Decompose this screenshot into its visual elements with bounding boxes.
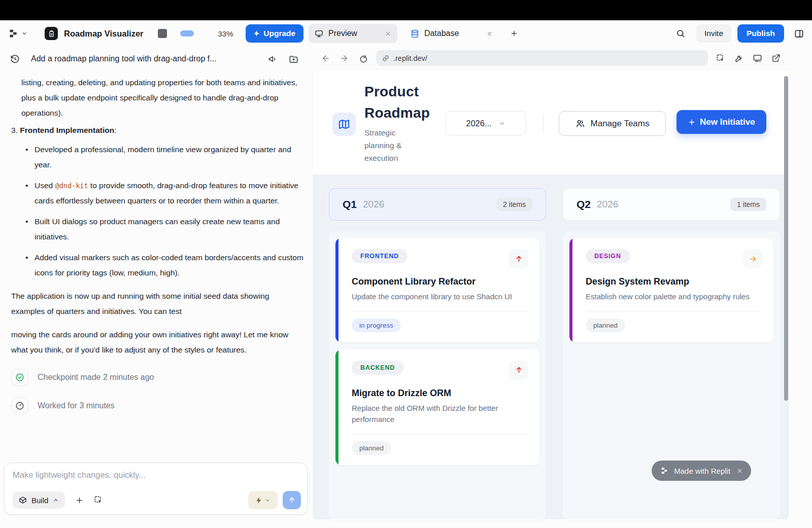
bullet-list: Developed a professional, modern timelin…	[35, 142, 309, 280]
users-icon	[576, 119, 585, 128]
quick-actions-button[interactable]	[248, 491, 278, 509]
status-badge: in progress	[352, 319, 401, 332]
sparkle-icon: ✦	[254, 29, 260, 38]
app-clipboard-icon	[45, 27, 58, 40]
folder-plus-icon[interactable]	[289, 54, 298, 64]
map-icon	[332, 113, 356, 136]
worked-row[interactable]: Worked for 3 minutes	[11, 397, 298, 414]
upgrade-button[interactable]: ✦ Upgrade	[246, 24, 304, 43]
workspace-menu-chevron-icon[interactable]	[21, 30, 27, 37]
forward-icon[interactable]	[340, 54, 349, 63]
bullet: Built UI dialogs so product managers can…	[35, 214, 309, 244]
app-bar: Roadmap Visualizer 33% ✦ Upgrade Preview…	[0, 20, 812, 47]
quarter-header: Q1 2026 2 items	[329, 188, 546, 221]
layout-columns-icon[interactable]	[794, 29, 804, 39]
agent-paragraph: The application is now up and running wi…	[11, 289, 298, 319]
publish-button[interactable]: Publish	[737, 24, 784, 43]
url-text: .replit.dev/	[393, 54, 427, 62]
url-bar[interactable]: .replit.dev/	[376, 50, 708, 66]
database-icon	[411, 29, 419, 38]
new-tab-icon[interactable]	[510, 29, 518, 38]
bullet: Used @dnd-kit to provide smooth, drag-an…	[35, 178, 309, 208]
close-icon[interactable]	[385, 30, 391, 37]
initiative-description: Update the component library to use Shad…	[352, 291, 524, 303]
send-button[interactable]	[283, 491, 301, 509]
element-select-icon[interactable]	[94, 496, 103, 505]
initiative-description: Establish new color palette and typograp…	[586, 291, 758, 303]
tab-preview[interactable]: Preview	[309, 24, 397, 43]
initiative-title: Migrate to Drizzle ORM	[352, 388, 528, 399]
bullet: Added visual markers such as color-coded…	[35, 250, 309, 280]
team-badge: DESIGN	[586, 249, 630, 263]
priority-medium-icon[interactable]	[743, 249, 762, 268]
composer-input[interactable]: Make lightweight changes, quickly...	[13, 470, 301, 480]
workspace-controls: Roadmap Visualizer 33% ✦ Upgrade	[8, 24, 309, 43]
agent-panel: Add a roadmap planning tool with drag-an…	[0, 47, 309, 528]
initiative-card[interactable]: FRONTEND Component Library Refactor Upda…	[335, 238, 539, 342]
back-icon[interactable]	[321, 54, 330, 63]
quarter-header: Q2 2026 1 items	[563, 188, 780, 221]
app-title: Roadmap Visualizer	[64, 29, 144, 39]
open-external-icon[interactable]	[771, 54, 781, 63]
header-divider	[543, 113, 544, 133]
composer[interactable]: Make lightweight changes, quickly... Bui…	[4, 463, 308, 515]
mode-selector[interactable]: Build	[13, 491, 65, 509]
close-icon[interactable]	[486, 30, 493, 37]
priority-high-icon[interactable]	[509, 361, 528, 380]
attach-plus-icon[interactable]	[75, 496, 84, 505]
agent-chat: listing, creating, deleting, and updatin…	[0, 71, 309, 414]
close-icon[interactable]: ✕	[737, 467, 742, 475]
year-filter-select[interactable]: 2026...	[445, 111, 526, 135]
window-top-strip	[0, 0, 812, 20]
prompt-title[interactable]: Add a roadmap planning tool with drag-an…	[31, 54, 257, 63]
invite-button[interactable]: Invite	[696, 24, 731, 43]
team-badge: BACKEND	[352, 361, 403, 375]
megaphone-icon[interactable]	[268, 54, 278, 64]
browser-toolbar: .replit.dev/ 0	[313, 47, 789, 69]
new-initiative-button[interactable]: New Initiative	[676, 110, 766, 134]
monitor-icon	[315, 29, 323, 38]
quarter-dropzone[interactable]: FRONTEND Component Library Refactor Upda…	[329, 231, 546, 519]
status-badge: planned	[352, 441, 391, 455]
refresh-icon[interactable]	[358, 54, 367, 63]
svg-text:0: 0	[759, 59, 761, 63]
usage-percent: 33%	[218, 29, 233, 38]
search-icon[interactable]	[676, 29, 685, 38]
devtools-icon[interactable]: 0	[753, 53, 762, 63]
initiative-card[interactable]: DESIGN Design System Revamp Establish ne…	[569, 238, 773, 342]
agent-paragraph: listing, creating, deleting, and updatin…	[21, 75, 309, 121]
made-with-replit-badge[interactable]: Made with Replit ✕	[652, 461, 751, 481]
numbered-item: 3. Frontend Implementation:	[11, 123, 298, 138]
wrench-icon[interactable]	[734, 54, 743, 63]
cube-icon	[19, 496, 27, 504]
chevron-down-icon	[265, 498, 270, 503]
inline-code: @dnd-kit	[55, 182, 88, 190]
tab-bar: Preview Database	[309, 24, 518, 43]
lightning-icon	[255, 497, 263, 504]
status-badge: planned	[586, 319, 625, 332]
plus-icon	[688, 118, 696, 126]
ram-indicator[interactable]	[180, 30, 194, 37]
replit-logo-icon[interactable]	[8, 28, 18, 39]
agent-paragraph: moving the cards around or adding your o…	[11, 327, 298, 358]
checkpoint-row[interactable]: Checkpoint made 2 minutes ago	[11, 369, 298, 386]
quarter-column-q1: Q1 2026 2 items FRONTEND Com	[329, 188, 546, 519]
priority-high-icon[interactable]	[509, 249, 528, 268]
team-badge: FRONTEND	[352, 249, 408, 263]
top-right-controls: Invite Publish	[676, 24, 804, 43]
tab-database[interactable]: Database	[404, 24, 499, 43]
gauge-icon	[11, 397, 28, 414]
cpu-indicator[interactable]	[158, 29, 167, 38]
app-viewport: Product Roadmap Strategic planning & exe…	[313, 69, 789, 520]
preview-scrollbar[interactable]	[784, 76, 788, 401]
check-circle-icon	[11, 369, 28, 386]
chevron-down-icon	[499, 120, 505, 127]
initiative-card[interactable]: BACKEND Migrate to Drizzle ORM Replace t…	[335, 349, 539, 465]
manage-teams-button[interactable]: Manage Teams	[559, 111, 666, 136]
initiative-title: Design System Revamp	[586, 276, 762, 287]
history-icon[interactable]	[10, 54, 20, 64]
preview-panel: .replit.dev/ 0	[313, 47, 789, 528]
replit-logo-icon	[660, 467, 668, 475]
bullet: Developed a professional, modern timelin…	[35, 142, 309, 172]
inspect-select-icon[interactable]	[716, 54, 725, 63]
